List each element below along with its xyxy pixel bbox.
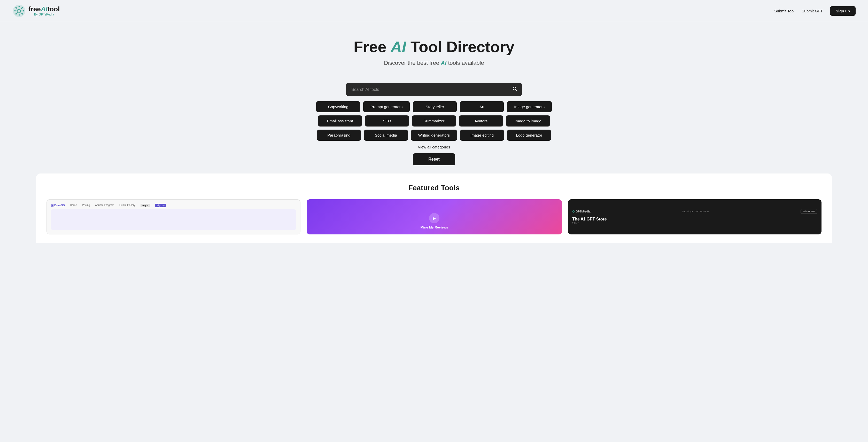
card-draw3d-brand: ▣ Draw3D xyxy=(51,204,65,207)
logo[interactable]: freeAItool By GPTsPedia xyxy=(12,4,60,18)
signup-button[interactable]: Sign up xyxy=(830,6,856,16)
category-email-assistant[interactable]: Email assistant xyxy=(318,115,362,127)
logo-subtitle: By GPTsPedia xyxy=(28,13,60,16)
logo-prefix: free xyxy=(28,5,41,13)
card-dark-subtitle: Store xyxy=(572,222,579,225)
logo-title: freeAItool xyxy=(28,5,60,13)
category-avatars[interactable]: Avatars xyxy=(459,115,503,127)
search-icon xyxy=(513,87,517,91)
header: freeAItool By GPTsPedia Submit Tool Subm… xyxy=(0,0,868,22)
card-purple-title: Mine My Reviews xyxy=(421,226,448,229)
card-purple-icon: ▶ xyxy=(429,213,439,223)
hero-title: Free AI Tool Directory xyxy=(5,38,863,56)
svg-point-17 xyxy=(22,13,23,15)
hero-subtitle-ai: AI xyxy=(441,60,446,66)
navigation: Submit Tool Submit GPT Sign up xyxy=(774,6,856,16)
search-input[interactable] xyxy=(346,83,508,96)
card-purple-play-icon: ▶ xyxy=(433,216,436,221)
category-writing-generators[interactable]: Writing generators xyxy=(411,130,457,141)
card-draw3d-nav-gallery: Public Gallery xyxy=(119,204,135,207)
card-draw3d-preview xyxy=(51,209,296,230)
featured-section: Featured Tools ▣ Draw3D Home Pricing Aff… xyxy=(36,173,832,243)
svg-point-10 xyxy=(19,6,20,7)
hero-section: Free AI Tool Directory Discover the best… xyxy=(0,22,868,76)
svg-line-19 xyxy=(516,90,517,91)
svg-point-16 xyxy=(16,13,17,15)
svg-point-15 xyxy=(22,7,23,8)
submit-gpt-link[interactable]: Submit GPT xyxy=(802,9,823,13)
svg-point-11 xyxy=(19,14,20,16)
logo-icon xyxy=(12,4,26,18)
category-social-media[interactable]: Social media xyxy=(364,130,408,141)
svg-point-14 xyxy=(16,7,17,8)
category-paraphrasing[interactable]: Paraphrasing xyxy=(317,130,361,141)
hero-title-prefix: Free xyxy=(354,38,391,56)
logo-text: freeAItool By GPTsPedia xyxy=(28,5,60,16)
category-prompt-generators[interactable]: Prompt generators xyxy=(363,101,410,112)
card-dark-submit-btn[interactable]: Submit GPT xyxy=(801,209,817,214)
card-dark-logo-icon: ⬡ xyxy=(572,210,575,213)
logo-ai: AI xyxy=(41,5,48,13)
categories-section: Copywriting Prompt generators Story tell… xyxy=(0,101,868,165)
categories-row-2: Email assistant SEO Summarizer Avatars I… xyxy=(318,115,550,127)
categories-row-3: Paraphrasing Social media Writing genera… xyxy=(317,130,551,141)
hero-title-ai: AI xyxy=(391,38,406,56)
category-art[interactable]: Art xyxy=(460,101,504,112)
card-draw3d-nav-affiliate: Affiliate Program xyxy=(95,204,114,207)
svg-point-12 xyxy=(14,10,16,12)
category-seo[interactable]: SEO xyxy=(365,115,409,127)
card-draw3d-login[interactable]: Log in xyxy=(141,204,150,207)
category-story-teller[interactable]: Story teller xyxy=(413,101,457,112)
category-image-generators[interactable]: Image generators xyxy=(507,101,552,112)
featured-cards-container: ▣ Draw3D Home Pricing Affiliate Program … xyxy=(46,199,822,234)
view-all-categories-link[interactable]: View all categories xyxy=(418,145,450,149)
search-container xyxy=(346,83,522,96)
hero-subtitle: Discover the best free AI tools availabl… xyxy=(5,60,863,66)
card-draw3d-nav-pricing: Pricing xyxy=(82,204,90,207)
featured-title: Featured Tools xyxy=(46,184,822,192)
card-dark-brand: ⬡ GPTsPedia xyxy=(572,210,590,213)
card-draw3d-nav: ▣ Draw3D Home Pricing Affiliate Program … xyxy=(51,204,166,207)
card-dark-brand-name: GPTsPedia xyxy=(576,210,590,213)
card-dark-tagline: Submit your GPT For Free xyxy=(682,210,709,213)
hero-subtitle-prefix: Discover the best free xyxy=(384,60,441,66)
categories-row-1: Copywriting Prompt generators Story tell… xyxy=(316,101,552,112)
card-draw3d-signup[interactable]: Sign Up xyxy=(155,204,166,207)
featured-card-draw3d[interactable]: ▣ Draw3D Home Pricing Affiliate Program … xyxy=(46,199,301,234)
card-dark-title: The #1 GPT Store xyxy=(572,217,607,222)
card-dark-header: ⬡ GPTsPedia Submit your GPT For Free Sub… xyxy=(572,209,817,214)
submit-tool-link[interactable]: Submit Tool xyxy=(774,9,795,13)
svg-point-13 xyxy=(23,10,24,12)
category-summarizer[interactable]: Summarizer xyxy=(412,115,456,127)
reset-button[interactable]: Reset xyxy=(413,154,455,165)
search-section xyxy=(0,76,868,101)
hero-subtitle-suffix: tools available xyxy=(446,60,484,66)
hero-title-suffix: Tool Directory xyxy=(406,38,514,56)
card-draw3d-nav-home: Home xyxy=(70,204,77,207)
logo-suffix: tool xyxy=(48,5,60,13)
category-image-to-image[interactable]: Image to image xyxy=(506,115,550,127)
category-image-editing[interactable]: Image editing xyxy=(460,130,504,141)
featured-card-gptspedia[interactable]: ⬡ GPTsPedia Submit your GPT For Free Sub… xyxy=(568,199,822,234)
category-logo-generator[interactable]: Logo generator xyxy=(507,130,551,141)
search-button[interactable] xyxy=(508,83,522,96)
featured-card-mine-reviews[interactable]: ▶ Mine My Reviews xyxy=(307,199,562,234)
category-copywriting[interactable]: Copywriting xyxy=(316,101,360,112)
